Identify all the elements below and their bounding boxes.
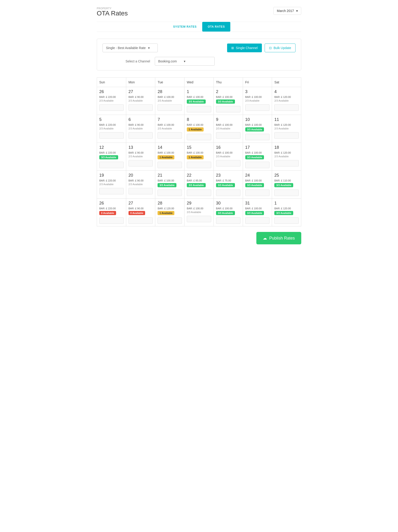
bulk-update-icon: ⊡ xyxy=(269,46,272,50)
cell-date: 21 xyxy=(158,173,182,178)
month-selector[interactable]: March 2017 ▾ xyxy=(273,7,301,15)
calendar-week-row: 5BAR: £ 220.002/3 Available6BAR: £ 90.00… xyxy=(97,115,301,143)
cell-rate-input[interactable] xyxy=(274,190,299,196)
availability-text: 2/3 Available xyxy=(216,155,240,158)
cell-rate-input[interactable] xyxy=(216,217,240,224)
availability-badge: 3/3 Available xyxy=(187,100,206,104)
cell-rate-input[interactable] xyxy=(128,104,153,111)
cell-rate-input[interactable] xyxy=(128,160,153,166)
cell-rate-input[interactable] xyxy=(245,104,270,111)
cell-rate-input[interactable] xyxy=(274,104,299,111)
table-row: 1BAR: £ 100.003/3 Available xyxy=(184,87,214,115)
cell-rate-input[interactable] xyxy=(99,188,124,194)
availability-badge: 0 Available xyxy=(99,211,116,215)
header-left: PROPERTY OTA Rates xyxy=(97,7,128,17)
cell-rate-input[interactable] xyxy=(158,162,182,168)
publish-icon: ☁ xyxy=(263,236,267,241)
controls-panel: Single - Best Available Rate ▾ ⊞ Single … xyxy=(97,39,301,70)
cell-date: 29 xyxy=(187,201,211,206)
cell-rate-input[interactable] xyxy=(216,106,240,112)
cell-date: 27 xyxy=(128,201,153,206)
table-row: 10BAR: £ 100.003/3 Available xyxy=(243,115,272,143)
cell-date: 16 xyxy=(216,145,240,150)
cell-date: 14 xyxy=(158,145,182,150)
cell-date: 25 xyxy=(274,173,299,178)
cell-rate-input[interactable] xyxy=(128,217,153,224)
cell-bar-rate: BAR: £ 90.00 xyxy=(128,179,153,182)
cell-rate-input[interactable] xyxy=(99,217,124,224)
availability-badge: 3/3 Available xyxy=(158,183,177,187)
page-title: OTA Rates xyxy=(97,10,128,17)
calendar-table: Sun Mon Tue Wed Thu Fri Sat 26BAR: £ 220… xyxy=(97,77,301,226)
cell-rate-input[interactable] xyxy=(187,106,211,112)
availability-badge: 3/3 Available xyxy=(216,211,235,215)
cell-bar-rate: BAR: £ 100.00 xyxy=(245,207,270,210)
tab-system-rates[interactable]: SYSTEM RATES xyxy=(168,22,202,32)
cell-rate-input[interactable] xyxy=(274,160,299,166)
cell-bar-rate: BAR: £ 90.00 xyxy=(128,151,153,154)
availability-badge: 3/3 Available xyxy=(216,183,235,187)
channel-dropdown[interactable]: Booking.com ▾ xyxy=(155,57,215,66)
cell-date: 26 xyxy=(99,89,124,94)
cell-rate-input[interactable] xyxy=(187,190,211,196)
cell-rate-input[interactable] xyxy=(216,160,240,166)
cell-rate-input[interactable] xyxy=(274,217,299,224)
cell-rate-input[interactable] xyxy=(216,190,240,196)
single-channel-button[interactable]: ⊞ Single Channel xyxy=(227,44,262,52)
table-row: 8BAR: £ 100.001 Available xyxy=(184,115,214,143)
cell-bar-rate: BAR: £ 120.00 xyxy=(274,95,299,98)
cell-rate-input[interactable] xyxy=(158,190,182,196)
table-row: 9BAR: £ 100.002/3 Available xyxy=(214,115,243,143)
table-row: 29BAR: £ 100.002/3 Available xyxy=(184,198,214,226)
cell-bar-rate: BAR: £ 75.00 xyxy=(216,179,240,182)
cell-rate-input[interactable] xyxy=(99,132,124,139)
cell-rate-input[interactable] xyxy=(245,162,270,168)
bulk-update-label: Bulk Update xyxy=(274,46,291,50)
cell-rate-input[interactable] xyxy=(187,162,211,168)
publish-rates-button[interactable]: ☁ Publish Rates xyxy=(256,232,301,244)
cell-bar-rate: BAR: £ 220.00 xyxy=(99,95,124,98)
availability-text: 2/3 Available xyxy=(158,99,182,102)
cell-date: 18 xyxy=(274,145,299,150)
col-sun: Sun xyxy=(97,78,126,87)
availability-text: 2/3 Available xyxy=(99,127,124,130)
table-row: 6BAR: £ 90.002/3 Available xyxy=(126,115,155,143)
cell-rate-input[interactable] xyxy=(99,104,124,111)
availability-badge: 3/3 Available xyxy=(274,211,293,215)
cell-bar-rate: BAR: £ 100.00 xyxy=(187,207,211,210)
cell-rate-input[interactable] xyxy=(245,190,270,196)
table-row: 28BAR: £ 120.001 Available xyxy=(155,198,184,226)
cell-bar-rate: BAR: £ 100.00 xyxy=(216,151,240,154)
footer-bar: ☁ Publish Rates xyxy=(97,232,301,244)
cell-rate-input[interactable] xyxy=(187,134,211,140)
table-row: 19BAR: £ 220.002/3 Available xyxy=(97,171,126,198)
cell-rate-input[interactable] xyxy=(128,132,153,139)
availability-badge: 3/3 Available xyxy=(187,183,206,187)
table-row: 23BAR: £ 75.003/3 Available xyxy=(214,171,243,198)
table-row: 15BAR: £ 100.001 Available xyxy=(184,143,214,171)
cell-rate-input[interactable] xyxy=(274,132,299,139)
cell-bar-rate: BAR: £ 220.00 xyxy=(99,151,124,154)
table-row: 16BAR: £ 100.002/3 Available xyxy=(214,143,243,171)
cell-bar-rate: BAR: £ 100.00 xyxy=(187,95,211,98)
cell-rate-input[interactable] xyxy=(245,217,270,224)
cell-rate-input[interactable] xyxy=(99,162,124,168)
cell-rate-input[interactable] xyxy=(245,134,270,140)
table-row: 13BAR: £ 90.002/3 Available xyxy=(126,143,155,171)
cell-date: 27 xyxy=(128,89,153,94)
cell-bar-rate: BAR: £ 220.00 xyxy=(99,179,124,182)
cell-rate-input[interactable] xyxy=(158,217,182,224)
cell-rate-input[interactable] xyxy=(158,104,182,111)
availability-text: 2/3 Available xyxy=(128,127,153,130)
bulk-update-button[interactable]: ⊡ Bulk Update xyxy=(265,44,296,52)
cell-bar-rate: BAR: £ 100.00 xyxy=(245,123,270,126)
cell-rate-input[interactable] xyxy=(128,188,153,194)
availability-badge: 1 Available xyxy=(187,127,204,132)
tab-ota-rates[interactable]: OTA RATES xyxy=(202,22,230,32)
cell-rate-input[interactable] xyxy=(216,132,240,139)
calendar-week-row: 26BAR: £ 220.002/3 Available27BAR: £ 90.… xyxy=(97,87,301,115)
rate-type-dropdown[interactable]: Single - Best Available Rate ▾ xyxy=(102,44,158,52)
cell-rate-input[interactable] xyxy=(187,216,211,222)
cell-rate-input[interactable] xyxy=(158,132,182,139)
cell-date: 24 xyxy=(245,173,270,178)
